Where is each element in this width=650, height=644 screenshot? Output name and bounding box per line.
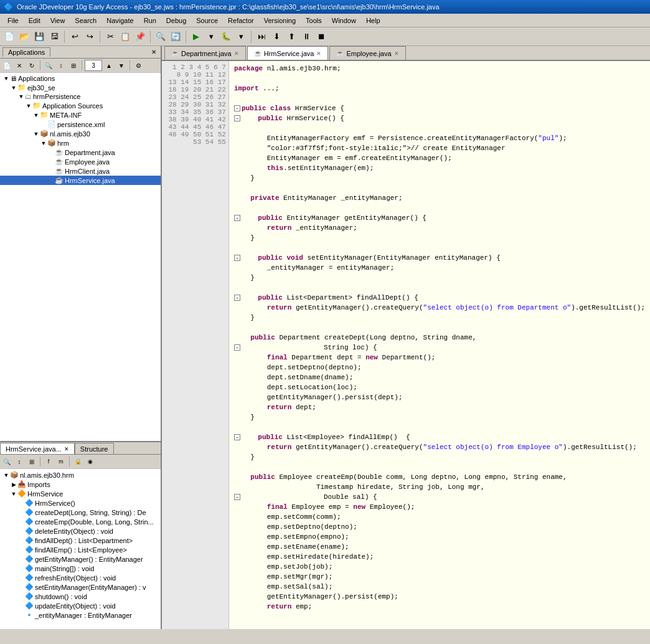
debug-drop-button[interactable]: ▾ [234, 30, 248, 44]
step-out-button[interactable]: ⬆ [285, 30, 298, 44]
refresh-btn[interactable]: ↻ [26, 60, 37, 71]
tree-persistence-xml[interactable]: ▶ 📄 persistence.xml [0, 120, 161, 129]
collapse-btn[interactable]: - [234, 344, 240, 351]
toggle-struct-imports[interactable]: ▶ [10, 481, 17, 488]
tab-structure[interactable]: Structure [75, 443, 114, 454]
struct-main[interactable]: ▶ 🔷 main(String[]) : void [0, 564, 161, 573]
collapse-btn[interactable]: - [234, 255, 240, 261]
tree-hrmclient-java[interactable]: ▶ ☕ HrmClient.java [0, 166, 161, 176]
show-methods-btn[interactable]: m [55, 456, 67, 467]
collapse-btn[interactable]: - [234, 295, 240, 301]
save-button[interactable]: 💾 [32, 30, 46, 44]
sort-method-btn[interactable]: ↕ [14, 456, 25, 467]
code-editor[interactable]: 1 2 3 4 5 6 7 8 9 10 11 12 13 14 15 16 1… [162, 61, 650, 629]
struct-createemp[interactable]: ▶ 🔷 createEmp(Double, Long, Long, Strin.… [0, 517, 161, 526]
emp-tab-close[interactable]: ✕ [394, 50, 399, 57]
find-method-btn[interactable]: 🔍 [1, 456, 12, 467]
struct-refreshentity[interactable]: ▶ 🔷 refreshEntity(Object) : void [0, 573, 161, 582]
toggle-metainf[interactable]: ▼ [32, 112, 40, 118]
menu-debug[interactable]: Debug [161, 16, 191, 26]
tree-hrmpersistence[interactable]: ▼ 🗂 hrmPersistence [0, 92, 161, 101]
collapse-btn[interactable]: - [234, 115, 240, 121]
struct-updateentity[interactable]: ▶ 🔷 updateEntity(Object) : void [0, 601, 161, 610]
step-into-button[interactable]: ⬇ [270, 30, 283, 44]
collapse-btn[interactable]: - [234, 105, 240, 111]
expand-all-btn[interactable]: ⊞ [68, 60, 79, 71]
hrmsvc-tab-close[interactable]: ✕ [316, 50, 321, 57]
menu-file[interactable]: File [2, 16, 24, 26]
tab-employee-java[interactable]: ☕ Employee.java ✕ [329, 46, 405, 60]
struct-package[interactable]: ▼ 📦 nl.amis.ejb30.hrm [0, 470, 161, 480]
debug-button[interactable]: 🐛 [219, 30, 233, 44]
application-tree[interactable]: ▼ 🖥 Applications ▼ 📁 ejb30_se ▼ 🗂 hrmPer… [0, 73, 161, 441]
tree-metainf[interactable]: ▼ 📁 META-INF [0, 110, 161, 120]
filter-private-btn[interactable]: 🔒 [72, 456, 83, 467]
struct-constructor[interactable]: ▶ 🔷 HrmService() [0, 498, 161, 508]
sort-btn[interactable]: ↕ [55, 60, 67, 71]
struct-findallemp[interactable]: ▶ 🔷 findAllEmp() : List<Employee> [0, 545, 161, 554]
tree-employee-java[interactable]: ▶ ☕ Employee.java [0, 157, 161, 166]
pause-button[interactable]: ⏸ [299, 30, 313, 44]
struct-deleteentity[interactable]: ▶ 🔷 deleteEntity(Object) : void [0, 526, 161, 536]
undo-button[interactable]: ↩ [68, 30, 82, 44]
paste-button[interactable]: 📌 [133, 30, 147, 44]
stop-button[interactable]: ⏹ [314, 30, 328, 44]
struct-createdept[interactable]: ▶ 🔷 createDept(Long, String, String) : D… [0, 508, 161, 517]
panel-close-btn[interactable]: ✕ [149, 48, 158, 56]
dept-tab-close[interactable]: ✕ [234, 50, 239, 57]
tree-app-sources[interactable]: ▼ 📁 Application Sources [0, 101, 161, 110]
struct-shutdown[interactable]: ▶ 🔷 shutdown() : void [0, 592, 161, 601]
hrmservice-tab-close[interactable]: ✕ [64, 446, 69, 452]
toggle-struct-package[interactable]: ▼ [2, 472, 10, 478]
toggle-struct-hrmservice[interactable]: ▼ [10, 491, 17, 497]
menu-window[interactable]: Window [327, 16, 361, 26]
expand-method-btn[interactable]: ⊞ [26, 456, 37, 467]
struct-getentitymanager[interactable]: ▶ 🔷 getEntityManager() : EntityManager [0, 554, 161, 564]
struct-entitymanager-field[interactable]: ▶ 🔹 _entityManager : EntityManager [0, 610, 161, 620]
menu-search[interactable]: Search [70, 16, 101, 26]
open-button[interactable]: 📂 [17, 30, 31, 44]
structure-tree[interactable]: ▼ 📦 nl.amis.ejb30.hrm ▶ 📥 Imports ▼ 🔶 Hr… [0, 469, 161, 629]
tab-department-java[interactable]: ☕ Department.java ✕ [164, 46, 246, 60]
tree-ejb30-se[interactable]: ▼ 📁 ejb30_se [0, 83, 161, 92]
collapse-btn[interactable]: - [234, 494, 240, 500]
find-button[interactable]: 🔍 [154, 30, 167, 44]
run-drop-button[interactable]: ▾ [204, 30, 218, 44]
tree-nlamis-ejb30[interactable]: ▼ 📦 nl.amis.ejb30 [0, 129, 161, 138]
toggle-app-sources[interactable]: ▼ [25, 103, 32, 109]
cut-button[interactable]: ✂ [103, 30, 117, 44]
show-fields-btn[interactable]: f [43, 456, 54, 467]
tree-root-applications[interactable]: ▼ 🖥 Applications [0, 74, 161, 83]
menu-run[interactable]: Run [139, 16, 161, 26]
menu-refactor[interactable]: Refactor [223, 16, 259, 26]
filter-btn[interactable]: 🔍 [43, 60, 54, 71]
toggle-hrmpersistence[interactable]: ▼ [17, 93, 25, 100]
replace-button[interactable]: 🔄 [169, 30, 182, 44]
menu-source[interactable]: Source [191, 16, 223, 26]
depth-up-btn[interactable]: ▲ [103, 60, 115, 71]
tab-hrmservice-java[interactable]: ☕ HrmService.java ✕ [247, 46, 329, 60]
toggle-hrm[interactable]: ▼ [40, 140, 47, 146]
delete-btn[interactable]: ✕ [14, 60, 25, 71]
filter-public-btn[interactable]: ◉ [85, 456, 96, 467]
settings-btn[interactable]: ⚙ [133, 60, 144, 71]
toggle-applications[interactable]: ▼ [2, 75, 10, 82]
struct-findalldept[interactable]: ▶ 🔷 findAllDept() : List<Department> [0, 536, 161, 545]
toggle-nlamis[interactable]: ▼ [32, 131, 40, 137]
applications-tab[interactable]: Applications [2, 47, 50, 57]
menu-tools[interactable]: Tools [301, 16, 327, 26]
menu-edit[interactable]: Edit [24, 16, 45, 26]
run-button[interactable]: ▶ [189, 30, 203, 44]
depth-down-btn[interactable]: ▼ [116, 60, 127, 71]
depth-input[interactable]: 3 [85, 60, 102, 71]
tree-department-java[interactable]: ▶ ☕ Department.java [0, 148, 161, 157]
menu-navigate[interactable]: Navigate [101, 16, 138, 26]
menu-versioning[interactable]: Versioning [259, 16, 301, 26]
code-content[interactable]: package nl.amis.ejb30.hrm; import ...; -… [229, 61, 650, 629]
step-over-button[interactable]: ⏭ [255, 30, 268, 44]
struct-setem[interactable]: ▶ 🔷 setEntityManager(EntityManager) : v [0, 582, 161, 592]
collapse-btn[interactable]: - [234, 434, 240, 440]
save-all-button[interactable]: 🖫 [47, 30, 61, 44]
struct-hrmservice-class[interactable]: ▼ 🔶 HrmService [0, 489, 161, 498]
copy-button[interactable]: 📋 [118, 30, 132, 44]
